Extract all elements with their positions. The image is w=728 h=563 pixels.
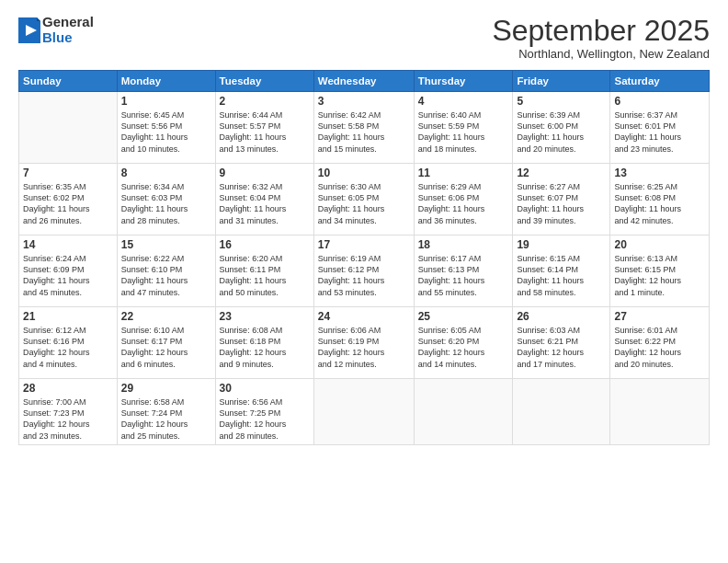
day-number: 24 — [318, 310, 410, 323]
col-sunday: Sunday — [19, 71, 118, 92]
calendar-cell: 24Sunrise: 6:06 AM Sunset: 6:19 PM Dayli… — [313, 307, 414, 379]
col-tuesday: Tuesday — [215, 71, 313, 92]
day-info: Sunrise: 6:25 AM Sunset: 6:08 PM Dayligh… — [614, 181, 705, 226]
day-number: 14 — [23, 238, 113, 251]
day-number: 27 — [614, 310, 705, 323]
day-number: 4 — [418, 95, 509, 108]
day-info: Sunrise: 6:37 AM Sunset: 6:01 PM Dayligh… — [614, 109, 705, 155]
day-number: 26 — [517, 310, 606, 323]
day-info: Sunrise: 6:44 AM Sunset: 5:57 PM Dayligh… — [220, 109, 310, 155]
calendar-cell — [313, 379, 414, 445]
calendar-cell: 23Sunrise: 6:08 AM Sunset: 6:18 PM Dayli… — [215, 307, 313, 379]
day-number: 1 — [121, 95, 211, 108]
calendar-cell — [610, 379, 710, 445]
col-wednesday: Wednesday — [313, 71, 414, 92]
day-info: Sunrise: 6:58 AM Sunset: 7:24 PM Dayligh… — [121, 396, 211, 442]
calendar-cell: 6Sunrise: 6:37 AM Sunset: 6:01 PM Daylig… — [610, 92, 710, 164]
day-info: Sunrise: 6:34 AM Sunset: 6:03 PM Dayligh… — [121, 181, 211, 226]
logo-text: General Blue — [42, 15, 94, 45]
calendar-week-4: 21Sunrise: 6:12 AM Sunset: 6:16 PM Dayli… — [19, 307, 710, 379]
calendar-cell: 1Sunrise: 6:45 AM Sunset: 5:56 PM Daylig… — [117, 92, 215, 164]
day-number: 15 — [121, 238, 211, 251]
day-number: 28 — [23, 382, 113, 395]
calendar-cell: 28Sunrise: 7:00 AM Sunset: 7:23 PM Dayli… — [19, 379, 118, 445]
calendar-week-3: 14Sunrise: 6:24 AM Sunset: 6:09 PM Dayli… — [19, 236, 710, 307]
logo-icon — [18, 17, 40, 43]
calendar-cell: 13Sunrise: 6:25 AM Sunset: 6:08 PM Dayli… — [610, 164, 710, 236]
day-info: Sunrise: 6:12 AM Sunset: 6:16 PM Dayligh… — [23, 325, 113, 370]
calendar-cell: 14Sunrise: 6:24 AM Sunset: 6:09 PM Dayli… — [19, 236, 118, 307]
calendar-cell: 15Sunrise: 6:22 AM Sunset: 6:10 PM Dayli… — [117, 236, 215, 307]
header: General Blue September 2025 Northland, W… — [18, 15, 710, 61]
day-info: Sunrise: 6:20 AM Sunset: 6:11 PM Dayligh… — [220, 253, 310, 298]
calendar-cell: 12Sunrise: 6:27 AM Sunset: 6:07 PM Dayli… — [513, 164, 610, 236]
calendar-cell: 26Sunrise: 6:03 AM Sunset: 6:21 PM Dayli… — [513, 307, 610, 379]
calendar-cell: 7Sunrise: 6:35 AM Sunset: 6:02 PM Daylig… — [19, 164, 118, 236]
day-info: Sunrise: 6:39 AM Sunset: 6:00 PM Dayligh… — [517, 109, 606, 155]
col-saturday: Saturday — [610, 71, 710, 92]
page: General Blue September 2025 Northland, W… — [0, 0, 728, 563]
day-info: Sunrise: 6:29 AM Sunset: 6:06 PM Dayligh… — [418, 181, 509, 226]
day-number: 22 — [121, 310, 211, 323]
calendar-cell: 18Sunrise: 6:17 AM Sunset: 6:13 PM Dayli… — [414, 236, 513, 307]
day-number: 13 — [614, 167, 705, 179]
day-info: Sunrise: 6:30 AM Sunset: 6:05 PM Dayligh… — [318, 181, 410, 226]
logo: General Blue — [18, 15, 94, 45]
calendar-cell: 4Sunrise: 6:40 AM Sunset: 5:59 PM Daylig… — [414, 92, 513, 164]
day-number: 25 — [418, 310, 509, 323]
day-info: Sunrise: 6:27 AM Sunset: 6:07 PM Dayligh… — [517, 181, 606, 226]
day-info: Sunrise: 7:00 AM Sunset: 7:23 PM Dayligh… — [23, 396, 113, 442]
col-friday: Friday — [513, 71, 610, 92]
day-info: Sunrise: 6:08 AM Sunset: 6:18 PM Dayligh… — [220, 325, 310, 370]
calendar-cell: 20Sunrise: 6:13 AM Sunset: 6:15 PM Dayli… — [610, 236, 710, 307]
calendar: Sunday Monday Tuesday Wednesday Thursday… — [18, 70, 710, 445]
calendar-cell: 21Sunrise: 6:12 AM Sunset: 6:16 PM Dayli… — [19, 307, 118, 379]
calendar-cell: 2Sunrise: 6:44 AM Sunset: 5:57 PM Daylig… — [215, 92, 313, 164]
day-number: 10 — [318, 167, 410, 179]
day-info: Sunrise: 6:22 AM Sunset: 6:10 PM Dayligh… — [121, 253, 211, 298]
calendar-week-2: 7Sunrise: 6:35 AM Sunset: 6:02 PM Daylig… — [19, 164, 710, 236]
calendar-week-1: 1Sunrise: 6:45 AM Sunset: 5:56 PM Daylig… — [19, 92, 710, 164]
day-number: 21 — [23, 310, 113, 323]
calendar-cell — [414, 379, 513, 445]
day-info: Sunrise: 6:32 AM Sunset: 6:04 PM Dayligh… — [220, 181, 310, 226]
day-info: Sunrise: 6:15 AM Sunset: 6:14 PM Dayligh… — [517, 253, 606, 298]
calendar-cell: 16Sunrise: 6:20 AM Sunset: 6:11 PM Dayli… — [215, 236, 313, 307]
calendar-cell: 29Sunrise: 6:58 AM Sunset: 7:24 PM Dayli… — [117, 379, 215, 445]
day-number: 19 — [517, 238, 606, 251]
title-block: September 2025 Northland, Wellington, Ne… — [492, 15, 710, 61]
day-number: 11 — [418, 167, 509, 179]
calendar-cell: 5Sunrise: 6:39 AM Sunset: 6:00 PM Daylig… — [513, 92, 610, 164]
day-number: 18 — [418, 238, 509, 251]
day-info: Sunrise: 6:03 AM Sunset: 6:21 PM Dayligh… — [517, 325, 606, 370]
calendar-cell — [513, 379, 610, 445]
logo-general: General — [42, 15, 94, 30]
header-row: Sunday Monday Tuesday Wednesday Thursday… — [19, 71, 710, 92]
day-info: Sunrise: 6:42 AM Sunset: 5:58 PM Dayligh… — [318, 109, 410, 155]
calendar-cell: 11Sunrise: 6:29 AM Sunset: 6:06 PM Dayli… — [414, 164, 513, 236]
day-number: 20 — [614, 238, 705, 251]
calendar-week-5: 28Sunrise: 7:00 AM Sunset: 7:23 PM Dayli… — [19, 379, 710, 445]
calendar-cell: 8Sunrise: 6:34 AM Sunset: 6:03 PM Daylig… — [117, 164, 215, 236]
calendar-cell: 30Sunrise: 6:56 AM Sunset: 7:25 PM Dayli… — [215, 379, 313, 445]
day-info: Sunrise: 6:10 AM Sunset: 6:17 PM Dayligh… — [121, 325, 211, 370]
day-info: Sunrise: 6:13 AM Sunset: 6:15 PM Dayligh… — [614, 253, 705, 298]
day-number: 12 — [517, 167, 606, 179]
day-number: 3 — [318, 95, 410, 108]
calendar-cell: 10Sunrise: 6:30 AM Sunset: 6:05 PM Dayli… — [313, 164, 414, 236]
day-number: 7 — [23, 167, 113, 179]
day-info: Sunrise: 6:05 AM Sunset: 6:20 PM Dayligh… — [418, 325, 509, 370]
calendar-cell: 19Sunrise: 6:15 AM Sunset: 6:14 PM Dayli… — [513, 236, 610, 307]
svg-marker-1 — [37, 17, 40, 21]
day-number: 8 — [121, 167, 211, 179]
location: Northland, Wellington, New Zealand — [492, 47, 710, 61]
calendar-cell: 22Sunrise: 6:10 AM Sunset: 6:17 PM Dayli… — [117, 307, 215, 379]
day-number: 6 — [614, 95, 705, 108]
day-info: Sunrise: 6:19 AM Sunset: 6:12 PM Dayligh… — [318, 253, 410, 298]
day-info: Sunrise: 6:56 AM Sunset: 7:25 PM Dayligh… — [220, 396, 310, 442]
day-info: Sunrise: 6:06 AM Sunset: 6:19 PM Dayligh… — [318, 325, 410, 370]
calendar-cell: 25Sunrise: 6:05 AM Sunset: 6:20 PM Dayli… — [414, 307, 513, 379]
day-info: Sunrise: 6:24 AM Sunset: 6:09 PM Dayligh… — [23, 253, 113, 298]
day-number: 16 — [220, 238, 310, 251]
day-number: 17 — [318, 238, 410, 251]
